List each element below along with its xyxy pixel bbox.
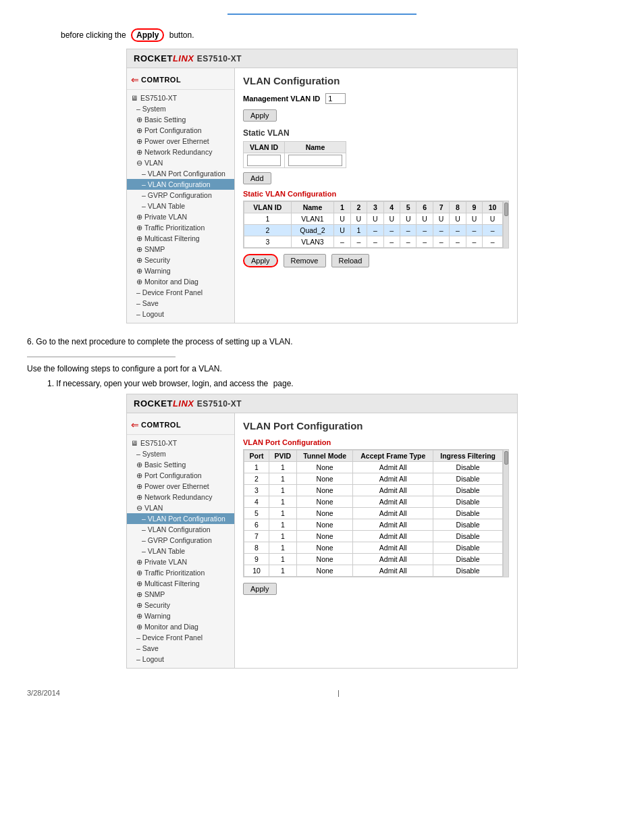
sidebar-item-vlan[interactable]: ⊖ VLAN (127, 157, 234, 168)
mgmt-vlan-input[interactable] (325, 93, 346, 104)
sidebar2-item-gvrp[interactable]: – GVRP Configuration (127, 535, 234, 546)
brand-linx2: LINX (173, 398, 194, 409)
sidebar-item-multicast[interactable]: ⊕ Multicast Filtering (127, 233, 234, 244)
sidebar2-item-vlan-table[interactable]: – VLAN Table (127, 546, 234, 556)
port-config-table: Port PVID Tunnel Mode Accept Frame Type … (244, 450, 503, 577)
sidebar-item-monitor[interactable]: ⊕ Monitor and Diag (127, 276, 234, 287)
sidebar-item-front-panel[interactable]: – Device Front Panel (127, 287, 234, 298)
sidebar-item-portconfig[interactable]: ⊕ Port Configuration (127, 125, 234, 136)
sidebar-item-system[interactable]: – System (127, 103, 234, 114)
expand-icon: ⊕ (136, 148, 142, 156)
sidebar2-item-vlan-config[interactable]: – VLAN Configuration (127, 524, 234, 535)
sidebar2-item-poe[interactable]: ⊕ Power over Ethernet (127, 481, 234, 492)
sidebar2-item-front-panel[interactable]: – Device Front Panel (127, 632, 234, 643)
sidebar2-item-multicast[interactable]: ⊕ Multicast Filtering (127, 578, 234, 589)
vlan-name-input[interactable] (288, 155, 342, 166)
sidebar2-item-warning[interactable]: ⊕ Warning (127, 610, 234, 621)
sidebar2-item-snmp[interactable]: ⊕ SNMP (127, 589, 234, 600)
ingress-col: Ingress Filtering (433, 450, 503, 462)
expand-icon2: ⊕ (136, 601, 142, 609)
scroll-thumb[interactable] (504, 203, 508, 216)
doc-icon2: – (136, 655, 140, 663)
sidebar2-item-system[interactable]: – System (127, 448, 234, 459)
ui2-apply-button[interactable]: Apply (243, 583, 277, 595)
page-header-line (227, 14, 417, 15)
doc-icon: – (142, 202, 146, 210)
step1-text: 1. If necessary, open your web browser, … (47, 379, 617, 388)
ui2-subtitle: VLAN Port Configuration (243, 438, 509, 446)
comtrol-arrow-icon: ⇐ (131, 74, 139, 85)
add-button[interactable]: Add (243, 172, 271, 184)
intro-after: button. (169, 30, 194, 40)
port-row-9: 9 1 None Admit All Disable (244, 554, 503, 565)
reload-button[interactable]: Reload (331, 254, 370, 267)
scrollbar[interactable] (503, 201, 508, 248)
expand-icon: ⊕ (136, 213, 142, 221)
sidebar-item-snmp[interactable]: ⊕ SNMP (127, 244, 234, 255)
remove-button[interactable]: Remove (284, 254, 326, 267)
sidebar2-item-security[interactable]: ⊕ Security (127, 600, 234, 610)
sidebar-item-traffic[interactable]: ⊕ Traffic Prioritization (127, 222, 234, 233)
ui1-header: ROCKETLINX ES7510-XT (127, 49, 517, 68)
col-5: 5 (400, 202, 416, 213)
mgmt-vlan-row: Management VLAN ID (243, 93, 509, 104)
sidebar-item-netredun[interactable]: ⊕ Network Redundancy (127, 147, 234, 157)
ui2-brand: ROCKETLINX ES7510-XT (134, 398, 242, 409)
port-row-5: 5 1 None Admit All Disable (244, 508, 503, 519)
sidebar-item-vlan-table[interactable]: – VLAN Table (127, 201, 234, 211)
sidebar-item-security[interactable]: ⊕ Security (127, 255, 234, 265)
expand-icon2: ⊕ (136, 493, 142, 501)
col-vlanid: VLAN ID (244, 202, 292, 213)
sidebar2-item-private-vlan[interactable]: ⊕ Private VLAN (127, 556, 234, 567)
sidebar-item-warning[interactable]: ⊕ Warning (127, 265, 234, 276)
expand-icon2: ⊕ (136, 558, 142, 566)
port-row-1: 1 1 None Admit All Disable (244, 462, 503, 473)
accept-col: Accept Frame Type (353, 450, 433, 462)
sidebar2-item-save[interactable]: – Save (127, 643, 234, 654)
bottom-apply-button[interactable]: Apply (243, 254, 278, 267)
sidebar-item-gvrp[interactable]: – GVRP Configuration (127, 190, 234, 201)
sidebar-item-es7510[interactable]: 🖥 ES7510-XT (127, 93, 234, 103)
doc-icon: – (142, 191, 146, 199)
scroll-thumb2[interactable] (504, 451, 508, 465)
sidebar-item-private-vlan[interactable]: ⊕ Private VLAN (127, 211, 234, 222)
section-divider (27, 357, 176, 357)
sidebar2-item-logout[interactable]: – Logout (127, 654, 234, 664)
port-row-8: 8 1 None Admit All Disable (244, 542, 503, 554)
doc-icon2: – (142, 536, 146, 544)
vlan-id-input[interactable] (247, 155, 281, 166)
col-3: 3 (367, 202, 383, 213)
comtrol-label: COMTROL (141, 76, 181, 84)
sidebar2-item-vlan-port-config[interactable]: – VLAN Port Configuration (127, 513, 234, 524)
sidebar2-item-traffic[interactable]: ⊕ Traffic Prioritization (127, 567, 234, 578)
sidebar-item-basic[interactable]: ⊕ Basic Setting (127, 114, 234, 125)
pvid-col: PVID (269, 450, 296, 462)
sidebar2-item-vlan[interactable]: ⊖ VLAN (127, 502, 234, 513)
scrollbar2[interactable] (503, 450, 508, 577)
name-header: Name (285, 142, 346, 153)
vlan-row-2: 2Quad_2 U1–––––––– (244, 225, 503, 236)
port-row-10: 10 1 None Admit All Disable (244, 565, 503, 577)
sidebar-item-vlan-config[interactable]: – VLAN Configuration (127, 179, 234, 190)
ui1-body: ⇐ COMTROL 🖥 ES7510-XT – System ⊕ Basic S… (127, 68, 517, 323)
sidebar2-item-netredun[interactable]: ⊕ Network Redundancy (127, 492, 234, 502)
sidebar-item-vlan-port-config[interactable]: – VLAN Port Configuration (127, 168, 234, 179)
ui1-brand: ROCKETLINX ES7510-XT (134, 53, 242, 63)
sidebar-item-poe[interactable]: ⊕ Power over Ethernet (127, 136, 234, 147)
expand-icon: ⊕ (136, 126, 142, 134)
sidebar2-item-monitor[interactable]: ⊕ Monitor and Diag (127, 621, 234, 632)
expand-icon: ⊕ (136, 115, 142, 124)
mgmt-vlan-label: Management VLAN ID (243, 95, 320, 103)
sidebar2-item-es7510[interactable]: 🖥 ES7510-XT (127, 438, 234, 448)
ui1-apply-button[interactable]: Apply (243, 109, 277, 122)
sidebar-item-save[interactable]: – Save (127, 298, 234, 309)
use-following-text: Use the following steps to configure a p… (27, 364, 617, 373)
sidebar-item-logout[interactable]: – Logout (127, 309, 234, 319)
doc-icon: – (136, 288, 140, 296)
sidebar2-item-portconfig[interactable]: ⊕ Port Configuration (127, 470, 234, 481)
expand-icon: ⊕ (136, 256, 142, 264)
expand-icon: ⊕ (136, 234, 142, 242)
sidebar2-item-basic[interactable]: ⊕ Basic Setting (127, 459, 234, 470)
expand-icon2: ⊕ (136, 612, 142, 620)
footer: 3/28/2014 | (27, 689, 617, 697)
